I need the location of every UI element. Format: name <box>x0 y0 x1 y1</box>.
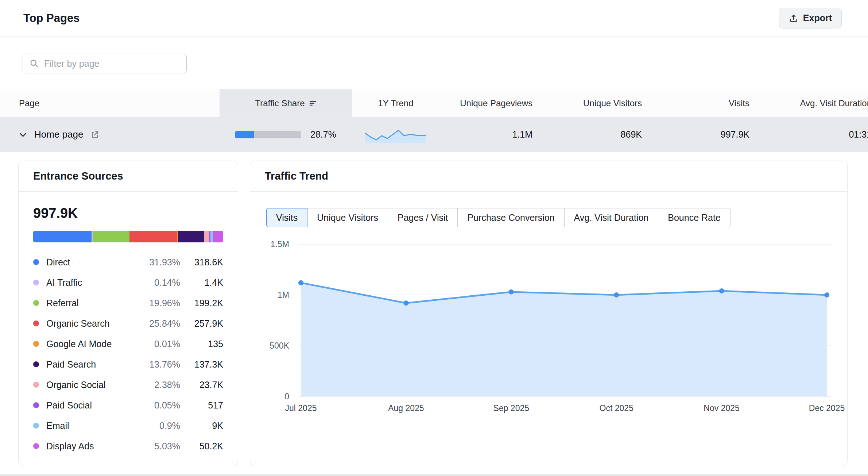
entrance-source-row: Organic Social2.38%23.7K <box>33 375 223 395</box>
trend-tab-purchase-conversion[interactable]: Purchase Conversion <box>457 208 564 227</box>
source-percent: 0.9% <box>159 421 180 431</box>
traffic-trend-title: Traffic Trend <box>265 170 328 182</box>
source-color-dot <box>33 443 39 449</box>
source-label: Email <box>46 421 69 431</box>
source-percent: 0.05% <box>154 400 180 411</box>
export-button-label: Export <box>803 13 832 23</box>
source-label: Direct <box>46 257 70 268</box>
entrance-source-row: Email0.9%9K <box>33 415 223 436</box>
source-label: Paid Search <box>46 359 96 370</box>
traffic-share-bar <box>235 131 301 138</box>
entrance-sources-list: Direct31.93%318.6KAI Traffic0.14%1.4KRef… <box>33 252 223 456</box>
svg-text:1M: 1M <box>278 290 289 300</box>
collapse-chevron-icon[interactable] <box>19 131 27 139</box>
trend-cell <box>352 117 439 152</box>
source-color-dot <box>33 300 39 306</box>
traffic-share-cell: 28.7% <box>220 117 352 152</box>
source-color-dot <box>33 423 39 429</box>
column-header-unique-pageviews[interactable]: Unique Pageviews <box>439 89 536 117</box>
entrance-source-row: Paid Social0.05%517 <box>33 395 223 415</box>
avg-visit-duration-value: 01:31 <box>753 117 868 152</box>
trend-tab-avg-visit-duration[interactable]: Avg. Visit Duration <box>564 208 659 227</box>
visits-value: 997.9K <box>646 117 753 152</box>
svg-text:1.5M: 1.5M <box>271 239 289 249</box>
source-value: 137.3K <box>180 359 223 370</box>
source-label: Paid Social <box>46 400 92 411</box>
source-bar-segment <box>210 231 213 242</box>
external-link-icon[interactable] <box>90 130 99 139</box>
svg-text:Jul 2025: Jul 2025 <box>285 403 317 413</box>
source-percent: 0.01% <box>154 339 180 349</box>
entrance-source-row: Paid Search13.76%137.3K <box>33 354 223 375</box>
source-color-dot <box>33 402 39 408</box>
source-label: Organic Social <box>46 380 106 390</box>
page-link[interactable]: Home page <box>34 129 83 140</box>
source-label: AI Traffic <box>46 277 82 288</box>
top-pages-header: Top Pages Export <box>0 0 868 37</box>
entrance-sources-header: Entrance Sources <box>19 161 238 192</box>
svg-text:Aug 2025: Aug 2025 <box>388 403 424 413</box>
trend-tab-pages-visit[interactable]: Pages / Visit <box>388 208 458 227</box>
trend-tab-unique-visitors[interactable]: Unique Visitors <box>307 208 388 227</box>
column-header-1y-trend[interactable]: 1Y Trend <box>352 89 439 117</box>
svg-text:500K: 500K <box>270 341 289 350</box>
traffic-share-value: 28.7% <box>310 129 336 140</box>
column-header-page[interactable]: Page <box>0 89 220 117</box>
table-header-row: Page Traffic Share 1Y Trend Unique Pagev… <box>0 89 868 117</box>
search-icon <box>30 59 39 68</box>
entrance-source-row: Display Ads5.03%50.2K <box>33 436 223 456</box>
source-percent: 19.96% <box>149 298 180 308</box>
source-label: Referral <box>46 298 79 308</box>
entrance-source-row: Organic Search25.84%257.9K <box>33 313 223 334</box>
source-label: Organic Search <box>46 318 110 329</box>
unique-visitors-value: 869K <box>536 117 646 152</box>
source-label: Google AI Mode <box>46 339 112 349</box>
export-upload-icon <box>789 14 798 23</box>
source-color-dot <box>33 382 39 388</box>
source-value: 517 <box>180 400 223 411</box>
traffic-share-fill <box>235 131 254 138</box>
svg-text:0: 0 <box>284 392 289 401</box>
horizontal-scrollbar[interactable] <box>0 474 868 476</box>
source-percent: 25.84% <box>149 318 180 329</box>
source-percent: 31.93% <box>149 257 180 268</box>
filter-field[interactable] <box>23 54 187 73</box>
column-header-avg-visit-duration[interactable]: Avg. Visit Duration <box>753 89 868 117</box>
svg-text:Dec 2025: Dec 2025 <box>809 403 845 413</box>
source-percent: 0.14% <box>154 277 180 288</box>
entrance-sources-bar <box>33 231 223 242</box>
source-percent: 13.76% <box>149 359 180 370</box>
entrance-source-row: Direct31.93%318.6K <box>33 252 223 272</box>
svg-text:Nov 2025: Nov 2025 <box>704 403 739 413</box>
page-cell: Home page <box>0 117 220 152</box>
entrance-source-row: Google AI Mode0.01%135 <box>33 334 223 354</box>
source-value: 50.2K <box>180 441 223 452</box>
column-header-traffic-share[interactable]: Traffic Share <box>220 89 352 117</box>
export-button[interactable]: Export <box>779 8 842 28</box>
source-color-dot <box>33 320 39 326</box>
traffic-trend-header: Traffic Trend <box>250 161 847 192</box>
page-title: Top Pages <box>23 12 80 25</box>
traffic-trend-panel: Traffic Trend VisitsUnique VisitorsPages… <box>250 161 848 466</box>
trend-tab-bounce-rate[interactable]: Bounce Rate <box>658 208 731 227</box>
traffic-trend-chart: 0500K1M1.5MJul 2025Aug 2025Sep 2025Oct 2… <box>250 227 848 431</box>
source-bar-segment <box>178 231 204 242</box>
trend-tab-visits[interactable]: Visits <box>266 208 307 227</box>
entrance-sources-total: 997.9K <box>33 206 223 221</box>
source-bar-segment <box>204 231 209 242</box>
source-value: 257.9K <box>180 318 223 329</box>
trend-sparkline <box>364 126 427 143</box>
trend-tabs: VisitsUnique VisitorsPages / VisitPurcha… <box>266 208 731 227</box>
svg-text:Oct 2025: Oct 2025 <box>600 403 633 413</box>
column-header-visits[interactable]: Visits <box>646 89 753 117</box>
source-value: 135 <box>180 339 223 349</box>
column-header-unique-visitors[interactable]: Unique Visitors <box>536 89 646 117</box>
source-bar-segment <box>93 231 129 242</box>
source-color-dot <box>33 280 39 285</box>
table-row-home-page[interactable]: Home page 28.7% 1.1M 869K 997.9K 01:31 <box>0 117 868 152</box>
sort-descending-icon <box>309 100 317 106</box>
source-value: 9K <box>180 421 223 431</box>
source-value: 318.6K <box>180 257 223 268</box>
filter-by-page-input[interactable] <box>44 58 180 69</box>
entrance-source-row: AI Traffic0.14%1.4K <box>33 272 223 293</box>
